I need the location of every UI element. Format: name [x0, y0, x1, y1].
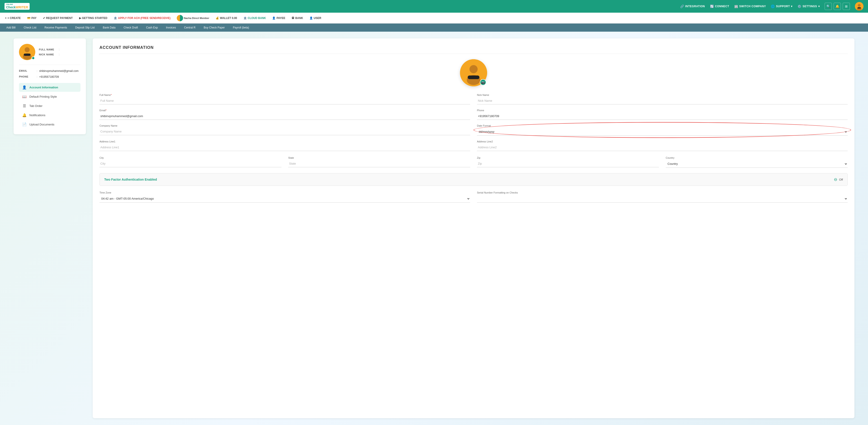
full-name-form-label: Full Name* [99, 94, 470, 96]
city-input[interactable] [99, 160, 281, 167]
create-plus-icon: + [5, 17, 6, 20]
timezone-form-label: Time Zone [99, 191, 470, 194]
address1-input[interactable] [99, 144, 470, 151]
country-select[interactable]: Country [666, 160, 848, 168]
getting-started-nav-item[interactable]: ▶ GETTING STARTED [76, 15, 110, 21]
connect-icon: 🔄 [710, 4, 714, 8]
serial-format-select[interactable] [477, 195, 848, 203]
profile-info: EMAIL : shibinvpmuhammed@gmail.com PHONE… [19, 69, 81, 79]
avatar-camera-button[interactable]: 📷 [480, 79, 486, 86]
central-r-nav-item[interactable]: Central R [180, 24, 199, 32]
account-info-title: ACCOUNT INFORMATION [99, 45, 848, 54]
company-name-input[interactable] [99, 128, 470, 135]
top-navigation: ONLINE CheckWRITER 🔗 INTEGRATION 🔄 CONNE… [0, 0, 868, 13]
getting-started-icon: ▶ [79, 17, 81, 20]
state-input[interactable] [288, 160, 470, 167]
check-draft-label: Check Draft [124, 26, 138, 29]
account-info-menu-label: Account Information [29, 86, 58, 89]
sidebar-item-notifications[interactable]: 🔔 Notifications [19, 111, 81, 120]
pay-label: PAY [31, 17, 37, 20]
user-nav-item[interactable]: 👤 USER [307, 15, 324, 21]
connect-label: CONNECT [715, 5, 729, 8]
full-name-form-group: Full Name* [99, 94, 470, 104]
state-form-label: State [288, 156, 470, 159]
minus-circle-icon: ⊖ [834, 177, 837, 182]
switch-company-nav-item[interactable]: 🏢 SWITCH COMPANY [734, 4, 766, 8]
nick-name-form-label: Nick Name [477, 94, 848, 96]
deposit-slip-nav-item[interactable]: Deposit Slip List [71, 24, 99, 32]
serial-format-form-group: Serial Number Formatting on Checks [477, 191, 848, 203]
receive-payments-nav-item[interactable]: Receive Payments [40, 24, 71, 32]
svg-rect-7 [24, 54, 31, 56]
default-printing-menu-label: Default Printing Style [29, 95, 57, 98]
two-factor-auth-row: Two Factor Authentication Enabled ⊖ Off [99, 173, 848, 186]
payroll-nav-item[interactable]: Payroll (beta) [229, 24, 253, 32]
pay-nav-item[interactable]: 💳 PAY [24, 15, 39, 21]
sidebar-item-upload-docs[interactable]: 📄 Upload Documents [19, 120, 81, 129]
tab-order-menu-label: Tab Order [29, 104, 42, 108]
date-format-select[interactable]: dd/mm/yyyy mm/dd/yyyy yyyy/mm/dd [477, 128, 848, 135]
bell-icon-btn[interactable]: 🔔 [834, 3, 841, 10]
nick-name-input[interactable] [477, 97, 848, 104]
buy-check-paper-nav-item[interactable]: Buy Check Paper [199, 24, 229, 32]
settings-nav-item[interactable]: ⚙️ SETTINGS ▾ [798, 4, 819, 8]
tfa-toggle-area[interactable]: ⊖ Off [834, 177, 843, 182]
sidebar-item-tab-order[interactable]: ☰ Tab Order [19, 101, 81, 110]
zip-form-group: Zip [477, 156, 659, 168]
request-payment-label: REQUEST PAYMENT [46, 17, 73, 20]
invoices-nav-item[interactable]: Invoices [162, 24, 180, 32]
layout-icon-btn[interactable]: ⊞ [843, 3, 850, 10]
add-bill-nav-item[interactable]: Add Bill [2, 24, 20, 32]
avatar-center-wrapper: 📷 [460, 59, 487, 86]
create-nav-item[interactable]: + + CREATE [2, 15, 24, 21]
sidebar-item-default-printing[interactable]: 📖 Default Printing Style [19, 92, 81, 101]
check-list-label: Check List [24, 26, 36, 29]
connect-nav-item[interactable]: 🔄 CONNECT [710, 4, 729, 8]
check-draft-nav-item[interactable]: Check Draft [120, 24, 142, 32]
full-name-input[interactable] [99, 97, 470, 104]
wallet-label: WALLET 0.00 [220, 17, 237, 20]
logo[interactable]: ONLINE CheckWRITER [4, 3, 30, 10]
city-form-group: City [99, 156, 281, 168]
nick-name-form-group: Nick Name [477, 94, 848, 104]
email-input[interactable] [99, 113, 470, 120]
ach-icon: 🏦 [114, 17, 117, 20]
phone-input[interactable] [477, 113, 848, 120]
address2-input[interactable] [477, 144, 848, 151]
user-avatar-top[interactable] [855, 2, 864, 11]
bank-label: BANK [295, 17, 303, 20]
left-panel: FULL NAME : NICK NAME : EMAIL : shibinvp… [13, 38, 86, 418]
logo-box: ONLINE CheckWRITER [4, 3, 30, 10]
account-info-icon: 👤 [22, 85, 27, 90]
integration-nav-item[interactable]: 🔗 INTEGRATION [680, 4, 705, 8]
cloud-bank-nav-item[interactable]: 🏦 CLOUD BANK [241, 15, 269, 21]
bank-data-nav-item[interactable]: Bank Data [99, 24, 120, 32]
search-icon-btn[interactable]: 🔍 [825, 3, 832, 10]
state-form-group: State [288, 156, 470, 168]
user-icon: 👤 [309, 17, 313, 20]
switch-company-icon: 🏢 [734, 4, 738, 8]
payee-nav-item[interactable]: 👤 PAYEE [270, 15, 288, 21]
tab-order-icon: ☰ [22, 104, 27, 108]
sidebar-item-account-info[interactable]: 👤 Account Information [19, 83, 81, 92]
nacha-nav-item[interactable]: Nacha Direct Member [174, 13, 212, 23]
nacha-circle-icon [177, 15, 183, 21]
wallet-nav-item[interactable]: 💰 WALLET 0.00 [213, 15, 240, 21]
timezone-select[interactable]: 04:42 am - GMT-05:00 America/Chicago [99, 195, 470, 203]
request-payment-nav-item[interactable]: ✔ REQUEST PAYMENT [40, 15, 75, 21]
address2-form-label: Address Line2 [477, 140, 848, 143]
default-printing-icon: 📖 [22, 94, 27, 99]
cash-exp-nav-item[interactable]: Cash Exp [142, 24, 162, 32]
bank-nav-item[interactable]: 🏛 BANK [289, 15, 306, 21]
ach-nav-item[interactable]: 🏦 APPLY FOR ACH (FREE SEND/RECEIVE) [111, 15, 173, 21]
settings-icon: ⚙️ [798, 4, 802, 8]
address1-form-label: Address Line1 [99, 140, 470, 143]
support-nav-item[interactable]: 🌐 SUPPORT ▾ [771, 4, 793, 8]
buy-check-paper-label: Buy Check Paper [204, 26, 225, 29]
zip-input[interactable] [477, 160, 659, 167]
bottom-form-grid: Time Zone 04:42 am - GMT-05:00 America/C… [99, 191, 848, 203]
upload-docs-icon: 📄 [22, 122, 27, 127]
payee-label: PAYEE [276, 17, 285, 20]
check-list-nav-item[interactable]: Check List [20, 24, 40, 32]
phone-info-row: PHONE : +919567180709 [19, 75, 81, 79]
